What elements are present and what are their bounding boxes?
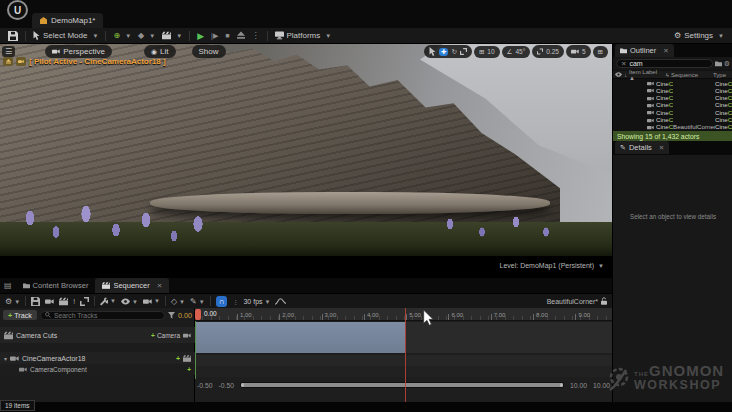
blueprints-dropdown[interactable]: ◆▼	[138, 31, 155, 40]
add-actor-dropdown[interactable]: ⊕▼	[113, 31, 131, 40]
tab-details[interactable]: ✎ Details ✕	[615, 141, 669, 154]
tab-outliner[interactable]: Outliner ✕	[615, 44, 674, 57]
camera-cuts-lane[interactable]	[195, 322, 612, 353]
camera-speed-control[interactable]: 5	[566, 45, 591, 58]
camera-component-lane[interactable]	[195, 366, 612, 377]
viewport-scene[interactable]	[0, 44, 612, 256]
clear-search-icon[interactable]: ✕	[621, 60, 626, 68]
folder-options-icon[interactable]	[715, 60, 722, 67]
move-tool-icon[interactable]: ✚	[439, 48, 448, 56]
fps-dropdown[interactable]: 30 fps▼	[243, 298, 270, 305]
snap-options-icon[interactable]: ⋮	[232, 298, 238, 305]
timeline-scrollbar[interactable]	[240, 382, 564, 388]
column-item-label[interactable]: Item Label ▲	[629, 69, 664, 81]
stop-piloting-icon[interactable]	[3, 57, 13, 66]
create-camera-icon[interactable]	[45, 297, 54, 306]
flash-column-icon[interactable]: ϟ	[666, 72, 669, 78]
rotation-snap-control[interactable]: ∠ 45°	[502, 46, 531, 58]
add-camera-button[interactable]: +Camera	[151, 332, 180, 339]
close-icon[interactable]: ✕	[659, 144, 664, 152]
outliner-row[interactable]: CineC CineC	[613, 80, 732, 87]
snapping-toggle[interactable]: ∩	[216, 296, 228, 307]
details-tab-label: Details	[629, 143, 652, 152]
select-tool-icon[interactable]	[429, 47, 436, 56]
content-drawer-icon[interactable]: ▤	[4, 281, 12, 290]
search-tracks-input[interactable]: Search Tracks	[40, 311, 165, 320]
actor-type: CineC	[715, 81, 732, 87]
clapperboard-icon[interactable]	[183, 354, 191, 363]
stop-button[interactable]: ■	[225, 32, 229, 39]
auto-key-dropdown[interactable]: ✎▼	[190, 297, 205, 306]
outliner-row[interactable]: CineC CineC	[613, 109, 732, 116]
outliner-row[interactable]: CineC CineC	[613, 116, 732, 123]
scale-tool-icon[interactable]	[460, 47, 467, 56]
camera-cuts-section[interactable]	[196, 322, 405, 353]
add-section-button[interactable]: +	[176, 355, 180, 362]
close-icon[interactable]: ✕	[157, 282, 162, 290]
level-selector[interactable]: Level: DemoMap1 (Persistent) ▼	[500, 262, 604, 269]
current-time-field[interactable]: 0.00	[178, 311, 192, 320]
expand-icon[interactable]	[80, 297, 89, 306]
outliner-row[interactable]: CineC BeautifulCorner CineC	[613, 124, 732, 131]
viewport-options-icon[interactable]: ☰	[2, 46, 15, 57]
platforms-dropdown[interactable]: Platforms ▼	[275, 31, 332, 40]
work-range-start[interactable]: -0.50	[197, 382, 213, 389]
outliner-row[interactable]: CineC CineC	[613, 87, 732, 94]
sequencer-timeline[interactable]: 1.002.003.004.005.006.007.008.009.00 0.0…	[195, 308, 612, 402]
show-dropdown[interactable]: Show	[192, 45, 226, 58]
pilot-camera-icon[interactable]	[16, 57, 26, 66]
scrollbar-handle[interactable]	[241, 383, 563, 387]
add-track-button[interactable]: + Track	[3, 310, 37, 320]
tab-sequencer[interactable]: Sequencer ✕	[95, 278, 169, 293]
eject-icon[interactable]	[237, 31, 245, 40]
cinematics-dropdown[interactable]: ▼	[162, 31, 182, 40]
playhead-marker[interactable]	[195, 309, 201, 320]
sequencer-settings-icon[interactable]: ⚙▼	[5, 297, 20, 306]
save-icon[interactable]	[8, 31, 18, 41]
curve-editor-icon[interactable]	[275, 297, 286, 306]
column-sequence[interactable]: Sequence	[671, 72, 711, 78]
close-icon[interactable]: ✕	[663, 47, 668, 55]
maximize-viewport-button[interactable]: ⊞	[593, 46, 608, 58]
visibility-column-icon[interactable]	[615, 72, 622, 77]
alert-icon[interactable]: !	[73, 298, 75, 305]
outliner-settings-icon[interactable]: ⚙	[724, 60, 730, 68]
pin-column-icon[interactable]: ↓	[624, 72, 627, 78]
filter-icon[interactable]	[168, 312, 175, 319]
settings-dropdown[interactable]: ⚙ Settings ▼	[674, 31, 724, 40]
view-options-dropdown[interactable]: ▼	[121, 297, 138, 306]
add-section-button[interactable]: +	[187, 366, 191, 373]
outliner-row[interactable]: CineC CineC	[613, 95, 732, 102]
outliner-row[interactable]: CineC CineC	[613, 102, 732, 109]
render-movie-icon[interactable]	[59, 297, 68, 306]
keyframe-options-dropdown[interactable]: ◇▼	[171, 297, 185, 306]
camera-icon[interactable]	[183, 331, 191, 340]
timeline-ruler[interactable]: 1.002.003.004.005.006.007.008.009.00 0.0…	[195, 308, 612, 321]
tab-demomap1[interactable]: DemoMap1*	[32, 13, 103, 28]
camera-options-dropdown[interactable]: ▼	[143, 296, 160, 305]
items-count-text: 19 items	[5, 402, 30, 409]
camera-component-track[interactable]: CameraComponent +	[0, 364, 195, 375]
ruler-tick: 1.00	[237, 308, 279, 321]
scale-snap-control[interactable]: 0.25	[532, 45, 564, 58]
play-button[interactable]: ▶	[197, 31, 204, 41]
view-range-end[interactable]: 10.00	[570, 382, 587, 389]
save-sequence-icon[interactable]	[31, 297, 40, 306]
view-range-start[interactable]: -0.50	[219, 382, 235, 389]
grid-snap-control[interactable]: ⊞ 10	[474, 46, 500, 58]
tools-dropdown[interactable]: ▼	[100, 296, 116, 305]
skip-button[interactable]: |▶	[211, 32, 218, 40]
cine-camera-actor-track[interactable]: ▾ CineCameraActor18 +	[0, 352, 195, 364]
viewport[interactable]: ☰ Perspective ◉ Lit Show ✚ ↻ ⊞ 10 ∠ 45°	[0, 44, 612, 278]
rotate-tool-icon[interactable]: ↻	[451, 48, 456, 56]
outliner-search-input[interactable]: ✕ cam	[616, 59, 713, 68]
tab-content-browser[interactable]: Content Browser	[16, 278, 96, 293]
camera-actor-lane[interactable]	[195, 355, 612, 366]
expand-arrow-icon[interactable]: ▾	[4, 355, 7, 362]
sequence-breadcrumb[interactable]: BeautifulCorner*	[547, 297, 607, 305]
play-options-icon[interactable]: ⋮	[252, 31, 260, 40]
select-mode-dropdown[interactable]: Select Mode ▼	[33, 31, 98, 40]
column-type[interactable]: Type	[713, 72, 731, 78]
unlocked-icon[interactable]	[601, 297, 607, 305]
camera-cuts-track[interactable]: Camera Cuts +Camera	[0, 327, 195, 343]
